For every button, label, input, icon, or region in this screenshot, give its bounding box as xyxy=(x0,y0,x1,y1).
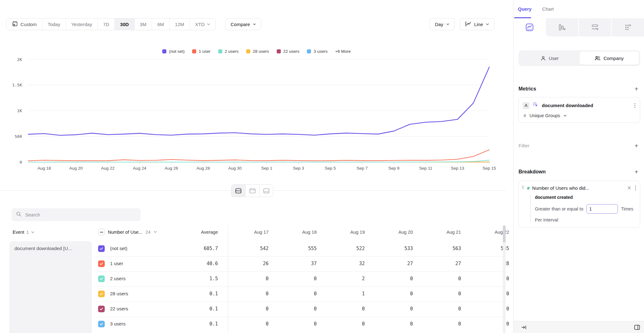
range-30d-button[interactable]: 30D xyxy=(114,19,134,30)
average-value: 1.5 xyxy=(171,276,222,281)
chart-type-tabs xyxy=(514,18,644,36)
add-breakdown-button[interactable]: + xyxy=(635,168,638,175)
x-axis-tick: Aug 28 xyxy=(197,166,210,171)
condition-value-input[interactable] xyxy=(586,204,618,214)
table-cell: 1 xyxy=(324,291,372,297)
select-all-checkbox[interactable] xyxy=(98,229,105,235)
kebab-menu-icon[interactable] xyxy=(634,102,636,109)
date-column-header: Aug 22 xyxy=(469,230,513,235)
drag-handle-icon[interactable] xyxy=(521,185,525,191)
metric-card-row: A document downloaded xyxy=(523,102,636,109)
range-yesterday-button[interactable]: Yesterday xyxy=(66,19,97,30)
breakdown-title[interactable]: Number of Users who did... xyxy=(532,185,624,191)
chevron-down-icon xyxy=(564,115,567,117)
legend-item[interactable]: (not set) xyxy=(162,49,185,54)
row-checkbox[interactable] xyxy=(98,321,105,327)
legend-item[interactable]: 3 users xyxy=(307,49,327,54)
x-axis-tick: Sep 15 xyxy=(483,166,496,171)
split-view-button[interactable] xyxy=(231,185,245,197)
compare-button[interactable]: Compare xyxy=(225,18,261,30)
legend-item[interactable]: 28 users xyxy=(246,49,269,54)
metric-event-name[interactable]: document downloaded xyxy=(542,103,630,108)
row-checkbox[interactable] xyxy=(98,276,105,282)
range-12m-button[interactable]: 12M xyxy=(169,19,189,30)
row-label: 22 users xyxy=(110,306,128,311)
chart-type-tab-bar-chart[interactable] xyxy=(546,18,578,36)
chart-type-dropdown[interactable]: Line xyxy=(460,18,494,30)
row-separator xyxy=(94,317,503,317)
insights-report-app: CustomTodayYesterday7D30D3M6M12MXTD Comp… xyxy=(0,0,644,333)
legend-label: 28 users xyxy=(253,49,269,54)
table-cell: 32 xyxy=(324,261,372,266)
row-separator xyxy=(94,271,503,272)
granularity-label: Day xyxy=(435,22,443,27)
table-only-view-button[interactable] xyxy=(259,185,273,197)
collapse-panel-icon[interactable] xyxy=(520,324,527,330)
legend-item[interactable]: 2 users xyxy=(218,49,239,54)
table-cell: 27 xyxy=(372,261,420,266)
metric-card: A document downloaded # Unique Groups xyxy=(519,97,640,123)
add-metric-button[interactable]: + xyxy=(635,85,638,92)
chart-type-tab-flow[interactable] xyxy=(578,18,611,36)
legend-item[interactable]: 22 users xyxy=(277,49,300,54)
entity-option-company[interactable]: Company xyxy=(580,52,639,65)
date-range-group: CustomTodayYesterday7D30D3M6M12MXTD xyxy=(6,18,216,30)
chart-only-view-button[interactable] xyxy=(245,185,259,197)
breakdown-event-name[interactable]: document created xyxy=(535,195,637,200)
range-3m-button[interactable]: 3M xyxy=(134,19,152,30)
x-axis-tick: Aug 26 xyxy=(165,166,178,171)
average-value: 40.6 xyxy=(171,261,222,266)
event-header-label: Event xyxy=(13,230,24,235)
series-line-1-user xyxy=(28,150,489,161)
side-panel-icon[interactable] xyxy=(633,324,641,331)
x-axis-tick: Sep 1 xyxy=(261,166,272,171)
table-cell: 0 xyxy=(276,306,324,312)
range-label: 12M xyxy=(175,22,184,27)
legend-more-button[interactable]: +6 More xyxy=(335,49,351,54)
granularity-dropdown[interactable]: Day xyxy=(430,18,455,30)
breakdown-card-header: # Number of Users who did... xyxy=(521,185,637,191)
chevron-down-icon xyxy=(31,231,34,233)
kebab-menu-icon[interactable] xyxy=(634,185,637,191)
tab-query[interactable]: Query xyxy=(518,5,531,18)
table-cell: 0 xyxy=(324,306,372,312)
row-label: 1 user xyxy=(110,261,123,266)
table-scrollbar-thumb[interactable] xyxy=(503,226,506,243)
condition-label: Greater than or equal to xyxy=(535,206,583,211)
table-cell: 0 xyxy=(372,276,420,281)
x-axis-tick: Aug 30 xyxy=(228,166,242,171)
entity-option-user[interactable]: User xyxy=(520,52,580,65)
aggregation-dropdown[interactable]: # Unique Groups xyxy=(523,113,636,118)
row-checkbox[interactable] xyxy=(98,291,105,297)
row-checkbox[interactable] xyxy=(98,306,105,312)
tab-chart[interactable]: Chart xyxy=(542,5,554,18)
filter-heading: Filter xyxy=(519,143,529,149)
range-label: 3M xyxy=(140,22,147,27)
legend-item[interactable]: 1 user xyxy=(192,49,211,54)
row-checkbox[interactable] xyxy=(98,245,105,252)
legend-swatch xyxy=(218,49,222,53)
row-separator xyxy=(94,287,503,287)
split-view-icon xyxy=(235,188,242,194)
per-interval-label[interactable]: Per Interval xyxy=(535,217,637,222)
chart-type-tab-grid-dots[interactable] xyxy=(611,18,644,36)
row-checkbox[interactable] xyxy=(98,260,105,267)
range-6m-button[interactable]: 6M xyxy=(152,19,169,30)
chart-type-tab-insights-chart[interactable] xyxy=(514,18,546,36)
search-input[interactable] xyxy=(25,212,136,217)
range-7d-button[interactable]: 7D xyxy=(97,19,114,30)
add-filter-button[interactable]: + xyxy=(635,142,638,149)
breakdown-table: Event 1 Number of Use... 24 Average Aug … xyxy=(0,225,513,333)
breakdown-column-header[interactable]: Number of Use... 24 xyxy=(98,229,157,235)
range-custom-button[interactable]: Custom xyxy=(7,19,42,30)
table-cell: 0 xyxy=(324,321,372,327)
close-icon[interactable] xyxy=(627,185,632,190)
range-label: 30D xyxy=(120,22,129,27)
event-column-header[interactable]: Event 1 xyxy=(13,230,34,235)
y-axis-tick: 500 xyxy=(15,134,22,139)
range-xtd-button[interactable]: XTD xyxy=(189,19,215,30)
search-box xyxy=(12,208,141,221)
range-today-button[interactable]: Today xyxy=(42,19,66,30)
table-cell: 535 xyxy=(469,246,513,251)
x-axis-tick: Sep 7 xyxy=(357,166,368,171)
